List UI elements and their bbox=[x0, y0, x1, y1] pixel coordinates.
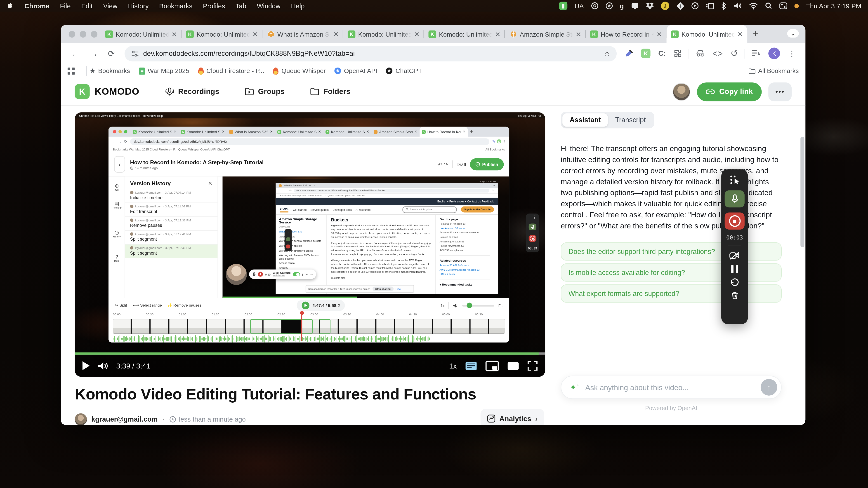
tab-search-chevron[interactable]: ⌄ bbox=[787, 29, 799, 38]
all-bookmarks[interactable]: All Bookmarks bbox=[748, 68, 799, 74]
close-tab-icon[interactable]: ✕ bbox=[252, 30, 258, 38]
minimize-window-button[interactable] bbox=[80, 31, 86, 37]
close-tab-icon[interactable]: ✕ bbox=[414, 30, 420, 38]
menu-bookmarks[interactable]: Bookmarks bbox=[159, 2, 192, 10]
jira-icon[interactable]: J bbox=[661, 2, 669, 10]
bookmark-war-map[interactable]: War Map 2025 bbox=[139, 67, 189, 74]
profile-avatar[interactable]: K bbox=[768, 48, 780, 59]
close-tab-icon[interactable]: ✕ bbox=[172, 30, 177, 38]
close-tab-icon[interactable]: ✕ bbox=[656, 30, 662, 38]
menu-chrome[interactable]: Chrome bbox=[24, 2, 50, 10]
suggested-question-3[interactable]: What export formats are supported? bbox=[561, 285, 782, 303]
komodo-extension-icon[interactable]: K bbox=[641, 49, 651, 58]
reload-button[interactable]: ⟳ bbox=[108, 48, 115, 58]
wifi-icon[interactable] bbox=[749, 2, 758, 9]
dropbox-icon[interactable] bbox=[646, 2, 654, 9]
onepassword-icon[interactable] bbox=[591, 2, 598, 9]
bookmark-queue-whisper[interactable]: Queue Whisper bbox=[273, 67, 326, 74]
eyedropper-extension-icon[interactable] bbox=[625, 49, 633, 58]
suggested-question-1[interactable]: Does the editor support third-party inte… bbox=[561, 242, 782, 261]
diamond-app-icon[interactable] bbox=[677, 2, 684, 10]
url-text[interactable]: dev.komododecks.com/recordings/lUbtqCK88… bbox=[143, 50, 355, 57]
chatgpt-status-icon[interactable] bbox=[605, 2, 613, 9]
apple-menu-icon[interactable] bbox=[6, 2, 14, 10]
volume-icon[interactable] bbox=[734, 2, 742, 9]
page-scrollbar[interactable] bbox=[800, 137, 804, 248]
incognito-icon[interactable] bbox=[696, 50, 705, 57]
devtools-code-icon[interactable]: <> bbox=[712, 48, 723, 58]
bookmark-chatgpt[interactable]: ChatGPT bbox=[386, 68, 422, 74]
menu-history[interactable]: History bbox=[128, 2, 149, 10]
user-avatar[interactable] bbox=[673, 83, 690, 100]
playback-speed-button[interactable]: 1x bbox=[449, 361, 457, 370]
chrome-menu-icon[interactable]: ⋮ bbox=[788, 48, 796, 58]
tab-how-to-record[interactable]: KHow to Record in K✕ bbox=[586, 25, 666, 43]
back-button[interactable]: ← bbox=[71, 49, 80, 58]
bookmark-openai-api[interactable]: OpenAI API bbox=[335, 68, 377, 74]
bookmark-star-icon[interactable]: ☆ bbox=[604, 49, 610, 58]
suggested-question-2[interactable]: Is mobile access available for editing? bbox=[561, 263, 782, 282]
nav-recordings[interactable]: Recordings bbox=[165, 87, 219, 96]
menu-edit[interactable]: Edit bbox=[81, 2, 93, 10]
close-tab-icon[interactable]: ✕ bbox=[333, 30, 339, 38]
bluetooth-icon[interactable] bbox=[721, 2, 726, 10]
delete-recording-button[interactable] bbox=[730, 291, 739, 300]
apps-grid-icon[interactable] bbox=[68, 67, 75, 74]
site-settings-icon[interactable] bbox=[131, 50, 138, 57]
analytics-button[interactable]: Analytics › bbox=[480, 409, 544, 425]
address-bar[interactable]: dev.komododecks.com/recordings/lUbtqCK88… bbox=[124, 46, 617, 61]
volume-button[interactable] bbox=[97, 361, 108, 370]
restart-recording-button[interactable] bbox=[730, 278, 740, 286]
menu-file[interactable]: File bbox=[60, 2, 70, 10]
ask-input[interactable] bbox=[584, 383, 756, 392]
bookmark-bookmarks[interactable]: ★Bookmarks bbox=[90, 67, 130, 74]
bookmark-firestore[interactable]: Cloud Firestore - P... bbox=[198, 67, 264, 74]
menu-help[interactable]: Help bbox=[291, 2, 305, 10]
camera-off-button[interactable] bbox=[729, 251, 740, 260]
play-button[interactable] bbox=[83, 361, 90, 370]
tab-komodo-3[interactable]: KKomodo: Unlimited✕ bbox=[343, 25, 424, 43]
spotlight-search-icon[interactable] bbox=[765, 2, 772, 9]
tab-komodo-4[interactable]: KKomodo: Unlimited✕ bbox=[424, 25, 505, 43]
tab-aws-storage[interactable]: Amazon Simple Sto✕ bbox=[505, 25, 586, 43]
new-tab-button[interactable]: + bbox=[753, 29, 758, 40]
tab-assistant[interactable]: Assistant bbox=[562, 113, 608, 127]
captions-button[interactable] bbox=[466, 361, 477, 370]
mic-toggle-button[interactable] bbox=[725, 190, 745, 207]
stop-recording-button[interactable] bbox=[725, 213, 745, 230]
window-controls[interactable] bbox=[69, 31, 97, 37]
nav-groups[interactable]: Groups bbox=[245, 88, 285, 96]
grammarly-icon[interactable]: ɡ bbox=[620, 2, 624, 10]
pip-button[interactable] bbox=[486, 361, 499, 371]
menubar-clock[interactable]: Thu Apr 3 7:19 PM bbox=[806, 2, 862, 10]
extensions-puzzle-icon[interactable] bbox=[674, 49, 682, 58]
send-button[interactable]: ↑ bbox=[761, 379, 777, 396]
pause-recording-button[interactable] bbox=[731, 265, 738, 273]
nav-folders[interactable]: Folders bbox=[310, 88, 350, 96]
video-player[interactable]: Chrome File Edit View History Bookmarks … bbox=[75, 112, 546, 377]
stage-manager-icon[interactable] bbox=[706, 2, 714, 9]
player-progress-bar[interactable] bbox=[75, 352, 546, 355]
forward-button[interactable]: → bbox=[90, 49, 98, 58]
history-clock-icon[interactable]: ↺ bbox=[731, 48, 738, 59]
menu-view[interactable]: View bbox=[103, 2, 117, 10]
drag-handle[interactable] bbox=[728, 174, 741, 185]
menu-tab[interactable]: Tab bbox=[236, 2, 246, 10]
tab-transcript[interactable]: Transcript bbox=[608, 113, 653, 127]
clipchamp-extension-icon[interactable]: C: bbox=[658, 49, 666, 58]
more-options-button[interactable]: ••• bbox=[768, 82, 792, 101]
tab-aws-s3[interactable]: What is Amazon S3✕ bbox=[262, 25, 343, 43]
tab-komodo-1[interactable]: KKomodo: Unlimited✕ bbox=[101, 25, 182, 43]
recorder-app-icon[interactable]: ▮ bbox=[559, 2, 567, 10]
close-window-button[interactable] bbox=[69, 31, 75, 37]
tab-komodo-active[interactable]: KKomodo: Unlimited✕ bbox=[666, 25, 747, 43]
zoom-window-button[interactable] bbox=[91, 31, 97, 37]
fullscreen-button[interactable] bbox=[528, 361, 537, 371]
media-queue-icon[interactable] bbox=[752, 50, 761, 57]
close-tab-icon[interactable]: ✕ bbox=[737, 30, 743, 38]
display-icon[interactable] bbox=[631, 2, 639, 9]
theater-mode-button[interactable] bbox=[508, 361, 519, 370]
control-center-icon[interactable] bbox=[779, 2, 787, 9]
komodo-logo[interactable]: K bbox=[75, 84, 90, 99]
menu-profiles[interactable]: Profiles bbox=[203, 2, 225, 10]
